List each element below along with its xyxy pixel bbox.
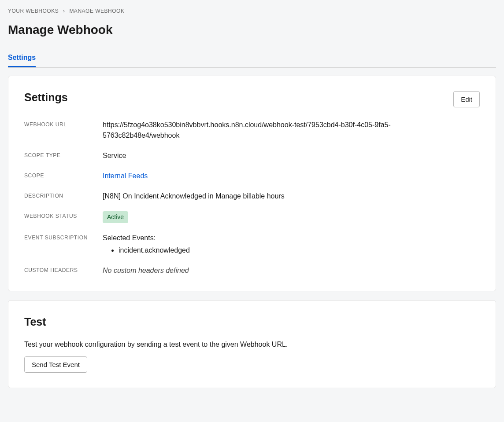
test-card: Test Test your webhook configuration by … — [8, 300, 496, 388]
field-value-scope: Internal Feeds — [103, 171, 420, 181]
field-event-subscription: EVENT SUBSCRIPTION Selected Events: inci… — [24, 233, 480, 256]
events-list: incident.acknowledged — [119, 245, 420, 256]
breadcrumb-current: MANAGE WEBHOOK — [69, 8, 124, 14]
field-label-custom-headers: CUSTOM HEADERS — [24, 265, 103, 274]
settings-card: Settings Edit WEBHOOK URL https://5fzog4… — [8, 76, 496, 291]
selected-events-label: Selected Events: — [103, 233, 420, 243]
status-badge: Active — [103, 211, 128, 223]
test-heading: Test — [24, 316, 46, 328]
field-description: DESCRIPTION [N8N] On Incident Acknowledg… — [24, 191, 480, 202]
field-label-webhook-url: WEBHOOK URL — [24, 120, 103, 128]
test-card-header: Test — [24, 316, 480, 328]
field-value-description: [N8N] On Incident Acknowledged in Manage… — [103, 191, 420, 202]
field-value-webhook-status: Active — [103, 211, 420, 223]
field-label-description: DESCRIPTION — [24, 191, 103, 200]
test-description: Test your webhook configuration by sendi… — [24, 341, 480, 349]
scope-link[interactable]: Internal Feeds — [103, 172, 148, 180]
field-value-scope-type: Service — [103, 150, 420, 161]
page-title: Manage Webhook — [8, 23, 496, 37]
field-value-event-subscription: Selected Events: incident.acknowledged — [103, 233, 420, 256]
settings-heading: Settings — [24, 91, 68, 104]
field-webhook-status: WEBHOOK STATUS Active — [24, 211, 480, 223]
settings-card-header: Settings Edit — [24, 91, 480, 107]
tabs: Settings — [8, 49, 496, 68]
field-webhook-url: WEBHOOK URL https://5fzog4o38ko530bin8vb… — [24, 120, 480, 141]
field-value-custom-headers: No custom headers defined — [103, 265, 420, 276]
field-label-scope: SCOPE — [24, 171, 103, 180]
field-value-webhook-url: https://5fzog4o38ko530bin8vbbvrt.hooks.n… — [103, 120, 420, 141]
breadcrumb-separator: › — [63, 8, 65, 14]
event-item: incident.acknowledged — [119, 245, 420, 256]
breadcrumb-root-link[interactable]: YOUR WEBHOOKS — [8, 8, 59, 14]
field-scope: SCOPE Internal Feeds — [24, 171, 480, 181]
edit-button[interactable]: Edit — [453, 91, 480, 107]
field-custom-headers: CUSTOM HEADERS No custom headers defined — [24, 265, 480, 276]
send-test-event-button[interactable]: Send Test Event — [24, 356, 87, 373]
field-scope-type: SCOPE TYPE Service — [24, 150, 480, 161]
field-label-scope-type: SCOPE TYPE — [24, 150, 103, 159]
field-label-event-subscription: EVENT SUBSCRIPTION — [24, 233, 103, 242]
tab-settings[interactable]: Settings — [8, 49, 36, 67]
breadcrumb: YOUR WEBHOOKS › MANAGE WEBHOOK — [8, 8, 496, 14]
field-label-webhook-status: WEBHOOK STATUS — [24, 211, 103, 220]
